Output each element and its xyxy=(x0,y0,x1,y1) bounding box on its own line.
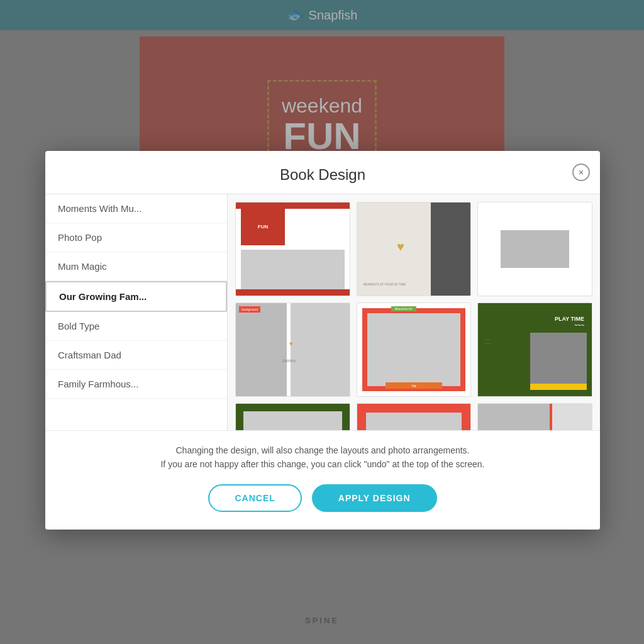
design-thumb-4[interactable]: background ♥ fairies xyxy=(235,303,350,397)
design-list-item-family-farm[interactable]: Family Farmhous... xyxy=(45,370,227,399)
design-thumb-9[interactable] xyxy=(477,403,592,430)
info-line1: Changing the design, will also change th… xyxy=(60,443,585,457)
cancel-button[interactable]: CANCEL xyxy=(208,484,301,512)
modal-title: Book Design xyxy=(280,166,365,183)
info-line2: If you are not happy after this change, … xyxy=(60,457,585,471)
design-thumb-6[interactable]: PLAY TIME~~~ ~~~~~~ xyxy=(477,303,592,397)
design-list: Moments With Mu... Photo Pop Mum Magic O… xyxy=(45,194,228,430)
design-list-item-photo-pop[interactable]: Photo Pop xyxy=(45,223,227,252)
design-thumb-5[interactable]: Moments for tag xyxy=(357,303,472,397)
info-text: Changing the design, will also change th… xyxy=(60,443,585,472)
modal-buttons: CANCEL APPLY DESIGN xyxy=(60,484,585,512)
modal-close-button[interactable]: × xyxy=(572,164,590,181)
modal-body: Moments With Mu... Photo Pop Mum Magic O… xyxy=(45,194,600,430)
design-thumb-7[interactable] xyxy=(235,403,350,430)
design-list-item-our-growing[interactable]: Our Growing Fam... xyxy=(45,281,227,312)
book-design-modal: Book Design × Moments With Mu... Photo P… xyxy=(45,151,600,530)
modal-footer: Changing the design, will also change th… xyxy=(45,430,600,530)
design-thumb-1[interactable]: FUN xyxy=(235,202,350,296)
design-grid-container[interactable]: FUN ♥ MOMENTS AT FOUR IN TIME xyxy=(228,194,600,430)
apply-design-button[interactable]: APPLY DESIGN xyxy=(312,484,437,512)
modal-header: Book Design × xyxy=(45,151,600,194)
design-list-item-bold-type[interactable]: Bold Type xyxy=(45,312,227,341)
design-grid: FUN ♥ MOMENTS AT FOUR IN TIME xyxy=(235,202,592,430)
design-list-item-moments[interactable]: Moments With Mu... xyxy=(45,194,227,223)
design-thumb-3[interactable] xyxy=(477,202,592,296)
design-list-item-craftsman[interactable]: Craftsman Dad xyxy=(45,341,227,370)
design-thumb-8[interactable] xyxy=(357,403,472,430)
design-thumb-2[interactable]: ♥ MOMENTS AT FOUR IN TIME xyxy=(357,202,472,296)
design-list-item-mum-magic[interactable]: Mum Magic xyxy=(45,252,227,281)
